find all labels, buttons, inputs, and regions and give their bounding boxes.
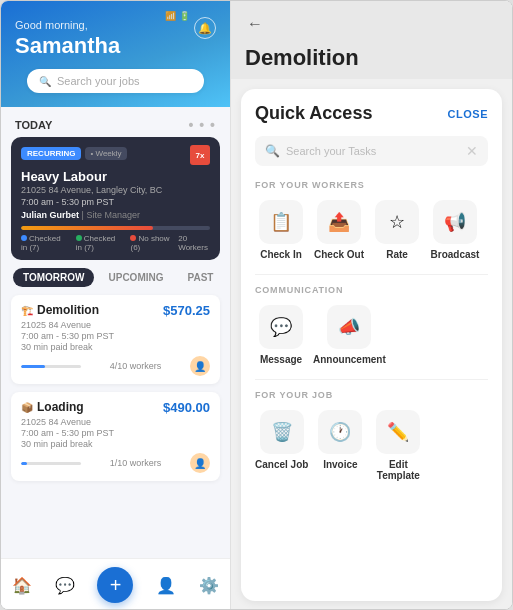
tab-tomorrow[interactable]: TOMORROW <box>13 268 94 287</box>
job-break-1: 30 min paid break <box>21 342 210 352</box>
weekly-badge: • Weekly <box>85 147 126 160</box>
tab-row: TOMORROW UPCOMING PAST <box>1 260 230 291</box>
job-time-2: 7:00 am - 5:30 pm PST <box>21 428 210 438</box>
profile-icon: 👤 <box>156 576 176 595</box>
worker-count-1: 4/10 workers <box>110 361 162 371</box>
bell-icon[interactable]: 🔔 <box>194 17 216 39</box>
job-item[interactable]: 📦 Loading $490.00 21025 84 Avenue 7:00 a… <box>11 392 220 481</box>
communication-grid: 💬 Message 📣 Announcement <box>255 305 488 365</box>
avatar-2: 👤 <box>190 453 210 473</box>
cancel-job-button[interactable]: 🗑️ Cancel Job <box>255 410 308 481</box>
recurring-job-title: Heavy Labour <box>21 169 210 184</box>
worker-legend: Checked in (7) Checked in (7) No show (6… <box>21 234 210 252</box>
check-in-button[interactable]: 📋 Check In <box>255 200 307 260</box>
back-arrow-icon[interactable]: ← <box>247 15 263 33</box>
job-item[interactable]: 🏗️ Demolition $570.25 21025 84 Avenue 7:… <box>11 295 220 384</box>
message-button[interactable]: 💬 Message <box>255 305 307 365</box>
tab-past[interactable]: PAST <box>177 268 223 287</box>
job-price-1: $570.25 <box>163 303 210 318</box>
broadcast-icon: 📢 <box>433 200 477 244</box>
message-label: Message <box>260 354 302 365</box>
manager-name: Julian Gurbet <box>21 210 79 220</box>
check-out-button[interactable]: 📤 Check Out <box>313 200 365 260</box>
edit-template-label: EditTemplate <box>377 459 420 481</box>
job-progress-bar <box>21 226 210 230</box>
check-out-label: Check Out <box>314 249 364 260</box>
worker-actions-grid: 📋 Check In 📤 Check Out ☆ Rate 📢 Broadcas… <box>255 200 488 260</box>
broadcast-label: Broadcast <box>431 249 480 260</box>
search-icon: 🔍 <box>39 76 51 87</box>
edit-template-icon: ✏️ <box>376 410 420 454</box>
manager-line: Julian Gurbet | Site Manager <box>21 210 210 220</box>
quick-access-title: Quick Access <box>255 103 372 124</box>
nav-messages[interactable]: 💬 <box>55 576 75 595</box>
job-price-2: $490.00 <box>163 400 210 415</box>
job-search-bar[interactable]: 🔍 Search your jobs <box>27 69 204 93</box>
announcement-label: Announcement <box>313 354 386 365</box>
divider-1 <box>255 274 488 275</box>
message-icon: 💬 <box>55 576 75 595</box>
invoice-button[interactable]: 🕐 Invoice <box>314 410 366 481</box>
worker-progress-2 <box>21 462 81 465</box>
nav-settings[interactable]: ⚙️ <box>199 576 219 595</box>
job-title-1: Demolition <box>37 303 99 317</box>
job-addr-2: 21025 84 Avenue <box>21 417 210 427</box>
settings-icon: ⚙️ <box>199 576 219 595</box>
today-dots: • • • <box>189 117 216 133</box>
fab-button[interactable]: + <box>97 567 133 603</box>
avatar-1: 👤 <box>190 356 210 376</box>
rate-button[interactable]: ☆ Rate <box>371 200 423 260</box>
right-panel: ← Demolition Quick Access CLOSE 🔍 Search… <box>231 1 512 610</box>
today-section-label: TODAY • • • <box>1 107 230 137</box>
right-top-bar: ← <box>231 1 512 45</box>
recurring-job-card[interactable]: RECURRING • Weekly 7x Heavy Labour 21025… <box>11 137 220 260</box>
left-panel: 📶 🔋 Good morning, Samantha 🔔 🔍 Search yo… <box>1 1 231 610</box>
announcement-button[interactable]: 📣 Announcement <box>313 305 386 365</box>
recurring-job-address: 21025 84 Avenue, Langley City, BC <box>21 185 210 195</box>
job-break-2: 30 min paid break <box>21 439 210 449</box>
search-clear-icon[interactable]: ✕ <box>466 143 478 159</box>
rate-icon: ☆ <box>375 200 419 244</box>
nav-profile[interactable]: 👤 <box>156 576 176 595</box>
close-button[interactable]: CLOSE <box>448 108 488 120</box>
for-workers-label: FOR YOUR WORKERS <box>255 180 488 190</box>
right-top-title: Demolition <box>245 45 498 71</box>
message-icon: 💬 <box>259 305 303 349</box>
divider-2 <box>255 379 488 380</box>
bottom-nav: 🏠 💬 + 👤 ⚙️ <box>1 558 230 610</box>
broadcast-button[interactable]: 📢 Broadcast <box>429 200 481 260</box>
job-actions-grid: 🗑️ Cancel Job 🕐 Invoice ✏️ EditTemplate <box>255 410 488 481</box>
recurring-job-time: 7:00 am - 5:30 pm PST <box>21 197 210 207</box>
worker-progress-1 <box>21 365 81 368</box>
cancel-job-icon: 🗑️ <box>260 410 304 454</box>
job-title-2: Loading <box>37 400 84 414</box>
rate-label: Rate <box>386 249 408 260</box>
doc-badge: 7x <box>190 145 210 165</box>
tab-upcoming[interactable]: UPCOMING <box>98 268 173 287</box>
recurring-badge: RECURRING <box>21 147 81 160</box>
job-addr-1: 21025 84 Avenue <box>21 320 210 330</box>
job-list: 🏗️ Demolition $570.25 21025 84 Avenue 7:… <box>1 291 230 558</box>
quick-access-card: Quick Access CLOSE 🔍 Search your Tasks ✕… <box>241 89 502 601</box>
invoice-icon: 🕐 <box>318 410 362 454</box>
invoice-label: Invoice <box>323 459 357 470</box>
progress-bar-fill <box>21 226 153 230</box>
cancel-job-label: Cancel Job <box>255 459 308 470</box>
left-header: 📶 🔋 Good morning, Samantha 🔔 🔍 Search yo… <box>1 1 230 107</box>
manager-role: Site Manager <box>86 210 140 220</box>
home-icon: 🏠 <box>12 576 32 595</box>
user-name: Samantha <box>15 33 216 59</box>
check-in-icon: 📋 <box>259 200 303 244</box>
for-job-label: FOR YOUR JOB <box>255 390 488 400</box>
edit-template-button[interactable]: ✏️ EditTemplate <box>372 410 424 481</box>
communication-label: COMMUNICATION <box>255 285 488 295</box>
search-icon: 🔍 <box>265 144 280 158</box>
announcement-icon: 📣 <box>327 305 371 349</box>
task-search-bar[interactable]: 🔍 Search your Tasks ✕ <box>255 136 488 166</box>
job-time-1: 7:00 am - 5:30 pm PST <box>21 331 210 341</box>
check-out-icon: 📤 <box>317 200 361 244</box>
search-placeholder: Search your jobs <box>57 75 140 87</box>
nav-home[interactable]: 🏠 <box>12 576 32 595</box>
greeting-text: Good morning, <box>15 19 216 31</box>
worker-count-2: 1/10 workers <box>110 458 162 468</box>
